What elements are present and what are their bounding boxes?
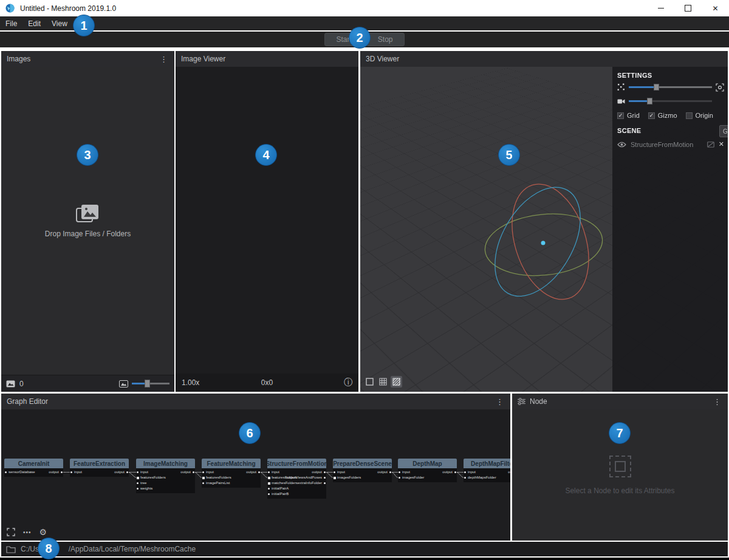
input-pin[interactable] [137, 488, 139, 490]
slider-handle[interactable] [145, 380, 150, 388]
input-pin[interactable] [202, 482, 204, 484]
input-pin[interactable] [70, 471, 72, 473]
input-pin[interactable] [268, 482, 270, 485]
checkbox-gizmo[interactable]: ✓Gizmo [648, 112, 677, 119]
visibility-eye-icon[interactable] [617, 142, 626, 148]
input-pin[interactable] [202, 477, 205, 479]
viewer3d-settings-panel: SETTINGS [612, 67, 728, 392]
maximize-button[interactable] [674, 0, 702, 16]
input-pin-label: weights [140, 486, 152, 491]
close-button[interactable]: ✕ [702, 0, 729, 16]
output-pin[interactable] [324, 471, 326, 473]
thumbnail-size-slider[interactable] [132, 383, 169, 384]
input-pin[interactable] [5, 471, 7, 473]
output-pin-label: output [508, 470, 510, 475]
output-pin[interactable] [193, 471, 194, 473]
graph-node-DepthMap[interactable]: DepthMapinputoutputimagesFolder [398, 459, 457, 482]
node-panel-menu-button[interactable]: ⋮ [712, 398, 722, 406]
input-pin-label: input [272, 470, 279, 475]
menu-edit[interactable]: Edit [22, 16, 46, 30]
menu-view[interactable]: View [46, 16, 73, 30]
output-pin[interactable] [324, 477, 326, 479]
scene-toggle-icon[interactable]: G [719, 125, 728, 137]
slider-handle[interactable] [647, 98, 652, 104]
minimize-button[interactable] [647, 0, 674, 16]
viewer3d-title: 3D Viewer [366, 55, 399, 63]
info-icon[interactable]: ⓘ [344, 377, 352, 388]
media-unavailable-icon[interactable] [707, 142, 714, 148]
graph-node-StructureFromMotion[interactable]: StructureFromMotioninputoutputfeaturesFo… [267, 459, 326, 499]
input-pin-label: featuresFolders [140, 475, 166, 480]
input-pin-label: input [140, 470, 148, 475]
graph-editor-menu-button[interactable]: ⋮ [495, 398, 505, 406]
graph-settings-icon[interactable]: ⚙ [39, 528, 47, 536]
checkbox-box[interactable] [686, 112, 693, 119]
output-pin[interactable] [389, 471, 391, 473]
graph-node-FeatureExtraction[interactable]: FeatureExtractioninputoutput [70, 459, 129, 477]
images-menu-button[interactable]: ⋮ [159, 55, 169, 63]
input-pin-label: imagesFolder [402, 475, 424, 480]
input-pin[interactable] [399, 477, 400, 479]
point-size-slider[interactable] [629, 86, 712, 88]
output-pin-label: outputViewsAndPoses [286, 475, 322, 480]
checkbox-origin[interactable]: Origin [686, 112, 713, 119]
drop-label: Drop Image Files / Folders [45, 230, 131, 238]
output-pin[interactable] [126, 471, 128, 473]
graph-editor-header: Graph Editor ⋮ [1, 394, 510, 409]
input-pin[interactable] [464, 471, 466, 473]
input-pin[interactable] [137, 477, 139, 479]
scene-center-point [541, 241, 546, 245]
input-pin[interactable] [137, 482, 139, 484]
graph-node-body: inputoutputfeaturesFoldersoutputViewsAnd… [267, 468, 326, 499]
input-pin[interactable] [268, 488, 270, 490]
wireframe-mode-button[interactable] [377, 376, 389, 388]
input-pin[interactable] [464, 477, 466, 479]
slider-fill [629, 86, 656, 88]
checkbox-grid[interactable]: ✓Grid [617, 112, 640, 119]
input-pin[interactable] [399, 471, 400, 473]
graph-node-ImageMatching[interactable]: ImageMatchinginputoutputfeaturesFolderst… [136, 459, 195, 493]
input-pin-label: input [74, 470, 82, 475]
viewer3d-viewport[interactable]: SETTINGS [360, 67, 728, 392]
graph-node-title: CameraInit [4, 459, 63, 468]
graph-node-FeatureMatching[interactable]: FeatureMatchinginputoutputfeaturesFolder… [202, 459, 261, 488]
point-cloud-icon [617, 83, 625, 91]
checkbox-box[interactable]: ✓ [617, 112, 624, 119]
stop-button[interactable]: Stop [366, 33, 405, 46]
output-pin-label: output [114, 470, 125, 475]
input-pin[interactable] [268, 471, 270, 473]
titlebar: Untitled - Meshroom 2019.1.0 ✕ [0, 0, 729, 16]
output-pin[interactable] [61, 471, 63, 473]
output-pin[interactable] [454, 471, 456, 473]
images-footer: 0 [1, 375, 174, 392]
scene-item-structurefrommotion[interactable]: StructureFromMotion ✕ [617, 140, 724, 148]
output-pin-label: output [246, 470, 256, 475]
output-pin[interactable] [324, 482, 326, 484]
graph-node-CameraInit[interactable]: CameraInitsensorDatabaseoutput [4, 459, 63, 477]
checkbox-box[interactable]: ✓ [648, 112, 655, 119]
camera-size-slider[interactable] [629, 100, 712, 102]
input-pin[interactable] [268, 493, 270, 495]
graph-node-DepthMapFilter[interactable]: DepthMapFilterinputoutputdepthMapsFolder [464, 459, 510, 482]
image-drop-zone[interactable]: Drop Image Files / Folders [45, 203, 131, 238]
settings-heading: SETTINGS [617, 72, 724, 79]
graph-node-title: FeatureExtraction [70, 459, 129, 468]
solid-mode-button[interactable] [364, 376, 375, 388]
input-pin[interactable] [268, 477, 270, 479]
input-pin-label: imagesFolders [337, 475, 361, 480]
input-pin[interactable] [334, 477, 336, 479]
menu-file[interactable]: File [0, 16, 22, 30]
input-pin[interactable] [202, 471, 204, 473]
input-pin[interactable] [137, 471, 139, 473]
slider-handle[interactable] [654, 84, 659, 90]
scene-item-remove-icon[interactable]: ✕ [719, 140, 724, 148]
textured-mode-button[interactable] [391, 376, 402, 388]
image-viewer-footer: 1.00x 0x0 ⓘ [176, 374, 358, 392]
input-pin[interactable] [334, 471, 335, 473]
output-pin[interactable] [258, 471, 260, 473]
graph-node-PrepareDenseScene[interactable]: PrepareDenseSceneinputoutputimagesFolder… [333, 459, 392, 482]
annotation-4: 4 [255, 144, 277, 166]
fit-view-icon[interactable] [7, 528, 15, 536]
auto-layout-icon[interactable]: ••• [23, 529, 32, 536]
locate-target-icon[interactable] [716, 83, 724, 92]
